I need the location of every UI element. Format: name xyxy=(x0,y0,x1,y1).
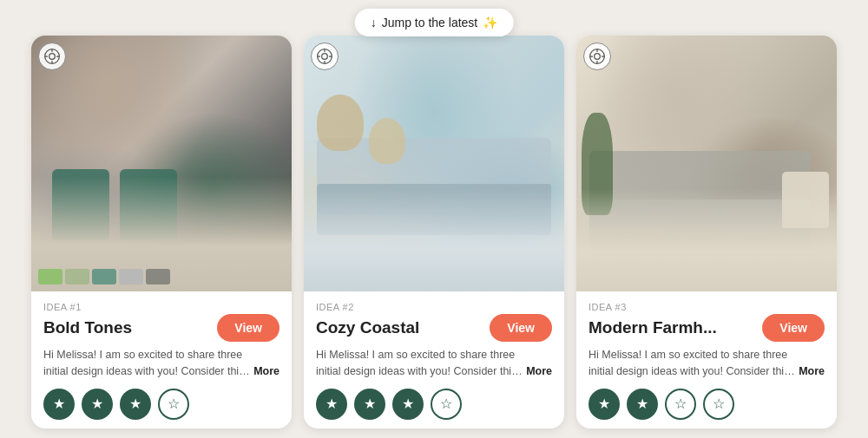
card-2-title: Cozy Coastal xyxy=(316,318,419,337)
card-2-header-row: Cozy Coastal View xyxy=(316,314,552,342)
card-3: IDEA #3 Modern Farmh... View Hi Melissa!… xyxy=(576,36,837,428)
card-3-header-row: Modern Farmh... View xyxy=(589,314,825,342)
card-1: IDEA #1 Bold Tones View Hi Melissa! I am… xyxy=(31,36,292,428)
card-1-star-3[interactable]: ★ xyxy=(120,389,151,420)
card-2-star-3[interactable]: ★ xyxy=(392,389,424,420)
card-1-swatches xyxy=(38,269,170,284)
card-2-body: IDEA #2 Cozy Coastal View Hi Melissa! I … xyxy=(304,291,564,428)
swatch-green xyxy=(38,269,62,284)
card-3-star-4[interactable]: ☆ xyxy=(703,389,734,420)
card-1-title: Bold Tones xyxy=(43,318,132,337)
card-3-idea-label: IDEA #3 xyxy=(589,302,825,312)
card-2-more-link[interactable]: More xyxy=(526,363,552,380)
card-1-view-button[interactable]: View xyxy=(217,314,279,342)
card-3-stars-row: ★ ★ ☆ ☆ xyxy=(589,389,825,420)
chair-accent xyxy=(782,172,829,228)
jump-banner[interactable]: ↓ Jump to the latest ✨ xyxy=(355,9,514,36)
card-1-logo xyxy=(38,42,66,70)
card-2-star-4[interactable]: ☆ xyxy=(431,389,462,420)
card-2-logo xyxy=(311,42,339,70)
jump-banner-text: Jump to the latest xyxy=(382,16,478,29)
card-3-body: IDEA #3 Modern Farmh... View Hi Melissa!… xyxy=(576,291,837,428)
card-1-star-1[interactable]: ★ xyxy=(43,389,75,420)
card-2-stars-row: ★ ★ ★ ☆ xyxy=(316,389,552,420)
card-3-desc-text: Hi Melissa! I am so excited to share thr… xyxy=(589,347,795,380)
card-3-description: Hi Melissa! I am so excited to share thr… xyxy=(589,347,825,380)
card-1-body: IDEA #1 Bold Tones View Hi Melissa! I am… xyxy=(31,291,292,428)
card-3-star-1[interactable]: ★ xyxy=(589,389,620,420)
card-2-desc-text: Hi Melissa! I am so excited to share thr… xyxy=(316,347,523,380)
sectional-back xyxy=(589,151,811,228)
couch-seat xyxy=(317,184,551,235)
couch-back xyxy=(317,138,551,215)
sectional-seat xyxy=(589,199,811,251)
card-2-description: Hi Melissa! I am so excited to share thr… xyxy=(316,347,552,380)
card-1-more-link[interactable]: More xyxy=(253,363,279,380)
card-3-image xyxy=(576,36,837,291)
card-2-image xyxy=(304,36,564,291)
card-2-view-button[interactable]: View xyxy=(490,314,552,342)
card-3-star-2[interactable]: ★ xyxy=(627,389,658,420)
card-1-stars-row: ★ ★ ★ ☆ xyxy=(43,389,279,420)
svg-point-1 xyxy=(49,54,56,60)
card-3-more-link[interactable]: More xyxy=(799,363,825,380)
card-3-title: Modern Farmh... xyxy=(589,318,717,337)
chair-left xyxy=(52,169,109,241)
card-1-desc-text: Hi Melissa! I am so excited to share thr… xyxy=(43,347,250,380)
sparkle-icon: ✨ xyxy=(483,16,497,29)
card-3-logo xyxy=(583,42,611,70)
card-1-star-4[interactable]: ☆ xyxy=(158,389,189,420)
card-2: IDEA #2 Cozy Coastal View Hi Melissa! I … xyxy=(304,36,564,428)
card-1-idea-label: IDEA #1 xyxy=(43,302,279,312)
cards-container: IDEA #1 Bold Tones View Hi Melissa! I am… xyxy=(17,36,851,428)
card-2-star-1[interactable]: ★ xyxy=(316,389,347,420)
plant xyxy=(582,113,613,215)
swatch-teal xyxy=(92,269,116,284)
card-1-description: Hi Melissa! I am so excited to share thr… xyxy=(43,347,279,380)
arrow-down-icon: ↓ xyxy=(371,16,377,29)
card-3-view-button[interactable]: View xyxy=(762,314,825,342)
swatch-dark xyxy=(146,269,170,284)
card-1-star-2[interactable]: ★ xyxy=(82,389,113,420)
basket-1 xyxy=(317,95,364,151)
card-1-image xyxy=(31,36,292,291)
card-3-star-3[interactable]: ☆ xyxy=(665,389,696,420)
card-2-star-2[interactable]: ★ xyxy=(354,389,385,420)
card-1-header-row: Bold Tones View xyxy=(43,314,279,342)
basket-2 xyxy=(369,118,405,164)
card-2-idea-label: IDEA #2 xyxy=(316,302,552,312)
svg-point-7 xyxy=(322,54,328,60)
svg-point-13 xyxy=(595,54,601,60)
swatch-sage xyxy=(65,269,89,284)
swatch-gray xyxy=(119,269,143,284)
chair-right xyxy=(120,169,177,241)
